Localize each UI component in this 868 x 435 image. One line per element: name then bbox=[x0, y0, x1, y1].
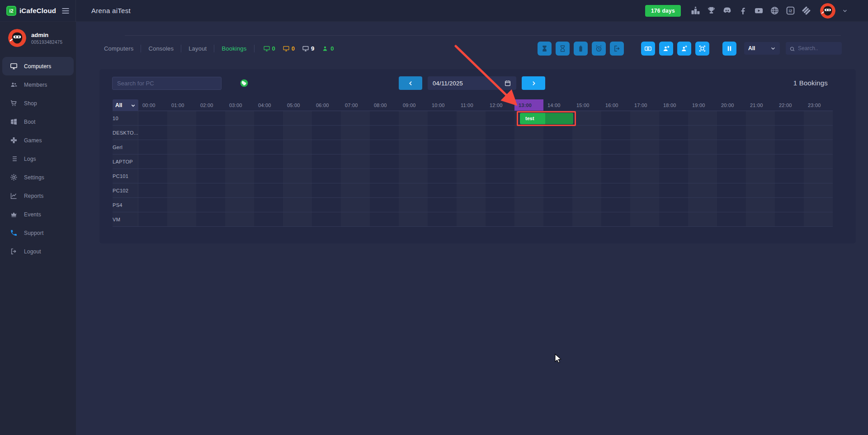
slot-cell[interactable] bbox=[543, 126, 572, 140]
slot-cell[interactable] bbox=[254, 154, 283, 168]
slot-cell[interactable] bbox=[196, 140, 225, 154]
slot-cell[interactable] bbox=[514, 126, 543, 140]
slot-cell[interactable] bbox=[254, 126, 283, 140]
sidebar-item-games[interactable]: Games bbox=[2, 131, 74, 150]
sidebar-item-settings[interactable]: Settings bbox=[2, 168, 74, 187]
monitor-counter[interactable]: 9 bbox=[302, 45, 314, 52]
slot-cell[interactable] bbox=[630, 111, 659, 125]
monitor-counter[interactable]: 0 bbox=[282, 45, 295, 52]
slot-cell[interactable] bbox=[659, 198, 688, 212]
slot-cell[interactable] bbox=[514, 198, 543, 212]
slot-cell[interactable] bbox=[283, 154, 312, 168]
slot-cell[interactable] bbox=[457, 169, 486, 183]
alarm-button[interactable] bbox=[592, 42, 606, 56]
slot-cell[interactable] bbox=[775, 198, 804, 212]
slot-cell[interactable] bbox=[601, 183, 630, 197]
person-counter[interactable]: 0 bbox=[321, 45, 334, 52]
slot-cell[interactable] bbox=[225, 140, 254, 154]
slot-cell[interactable] bbox=[659, 169, 688, 183]
slot-cell[interactable] bbox=[312, 183, 341, 197]
slot-cell[interactable] bbox=[775, 126, 804, 140]
slot-cell[interactable] bbox=[428, 140, 457, 154]
slot-cell[interactable] bbox=[804, 126, 833, 140]
globe-icon[interactable] bbox=[770, 6, 779, 15]
slot-cell[interactable] bbox=[428, 198, 457, 212]
trophy-icon[interactable] bbox=[707, 6, 716, 15]
slot-cell[interactable] bbox=[486, 140, 514, 154]
slot-cell[interactable] bbox=[225, 111, 254, 125]
slot-cell[interactable] bbox=[428, 183, 457, 197]
slot-cell[interactable] bbox=[457, 154, 486, 168]
slot-cell[interactable] bbox=[370, 140, 399, 154]
slot-cell[interactable] bbox=[746, 126, 775, 140]
slot-cell[interactable] bbox=[370, 126, 399, 140]
slot-cell[interactable] bbox=[543, 183, 572, 197]
screenshot-button[interactable] bbox=[695, 42, 709, 56]
slot-cell[interactable] bbox=[312, 140, 341, 154]
slot-cell[interactable] bbox=[457, 111, 486, 125]
slot-cell[interactable] bbox=[167, 111, 196, 125]
slot-cell[interactable] bbox=[341, 140, 370, 154]
slot-cell[interactable] bbox=[138, 140, 167, 154]
slot-cell[interactable] bbox=[543, 198, 572, 212]
slot-cell[interactable] bbox=[196, 183, 225, 197]
slot-cell[interactable] bbox=[688, 154, 717, 168]
slot-cell[interactable] bbox=[399, 154, 428, 168]
slot-cell[interactable] bbox=[630, 183, 659, 197]
pc-search-input[interactable] bbox=[117, 80, 217, 87]
slot-cell[interactable] bbox=[543, 212, 572, 226]
slot-cell[interactable] bbox=[572, 212, 601, 226]
slot-cell[interactable] bbox=[486, 169, 514, 183]
slot-cell[interactable] bbox=[341, 198, 370, 212]
slot-cell[interactable] bbox=[717, 183, 746, 197]
hourglass-filled-button[interactable] bbox=[538, 42, 552, 56]
slot-cell[interactable] bbox=[775, 154, 804, 168]
slot-cell[interactable] bbox=[341, 111, 370, 125]
slot-cell[interactable] bbox=[717, 111, 746, 125]
subscription-days-badge[interactable]: 176 days bbox=[645, 5, 681, 17]
slot-cell[interactable] bbox=[630, 169, 659, 183]
slot-cell[interactable] bbox=[630, 212, 659, 226]
slot-cell[interactable] bbox=[196, 212, 225, 226]
slot-cell[interactable] bbox=[601, 111, 630, 125]
slot-cell[interactable] bbox=[312, 198, 341, 212]
status-filter-select[interactable]: All bbox=[744, 42, 780, 55]
slot-cell[interactable] bbox=[804, 111, 833, 125]
slot-cell[interactable] bbox=[167, 198, 196, 212]
slot-cell[interactable] bbox=[225, 154, 254, 168]
sidebar-item-computers[interactable]: Computers bbox=[2, 57, 74, 75]
slot-cell[interactable] bbox=[717, 126, 746, 140]
slot-cell[interactable] bbox=[167, 183, 196, 197]
slot-cell[interactable] bbox=[312, 212, 341, 226]
slot-cell[interactable] bbox=[225, 169, 254, 183]
slot-cell[interactable] bbox=[688, 183, 717, 197]
slot-cell[interactable] bbox=[138, 154, 167, 168]
slot-cell[interactable] bbox=[457, 198, 486, 212]
slot-cell[interactable] bbox=[717, 169, 746, 183]
slot-cell[interactable] bbox=[225, 212, 254, 226]
slot-cell[interactable] bbox=[746, 154, 775, 168]
slot-cell[interactable] bbox=[167, 169, 196, 183]
slot-cell[interactable] bbox=[283, 183, 312, 197]
slot-cell[interactable] bbox=[572, 111, 601, 125]
slot-cell[interactable] bbox=[659, 140, 688, 154]
discord-icon[interactable] bbox=[722, 6, 732, 15]
slot-cell[interactable] bbox=[138, 212, 167, 226]
icafecloud-logo-icon[interactable]: i2 bbox=[786, 6, 795, 15]
slot-cell[interactable] bbox=[283, 198, 312, 212]
slot-cell[interactable] bbox=[688, 169, 717, 183]
slot-cell[interactable] bbox=[659, 183, 688, 197]
slot-cell[interactable] bbox=[486, 111, 514, 125]
slot-cell[interactable] bbox=[370, 198, 399, 212]
slot-cell[interactable] bbox=[804, 154, 833, 168]
slot-cell[interactable] bbox=[775, 169, 804, 183]
slot-cell[interactable] bbox=[543, 169, 572, 183]
slot-cell[interactable] bbox=[254, 212, 283, 226]
cash-button[interactable] bbox=[641, 42, 655, 56]
slot-cell[interactable] bbox=[254, 111, 283, 125]
slot-cell[interactable] bbox=[138, 111, 167, 125]
sidebar-item-events[interactable]: Events bbox=[2, 205, 74, 224]
slot-cell[interactable] bbox=[572, 169, 601, 183]
slot-cell[interactable] bbox=[225, 183, 254, 197]
slot-cell[interactable] bbox=[804, 212, 833, 226]
